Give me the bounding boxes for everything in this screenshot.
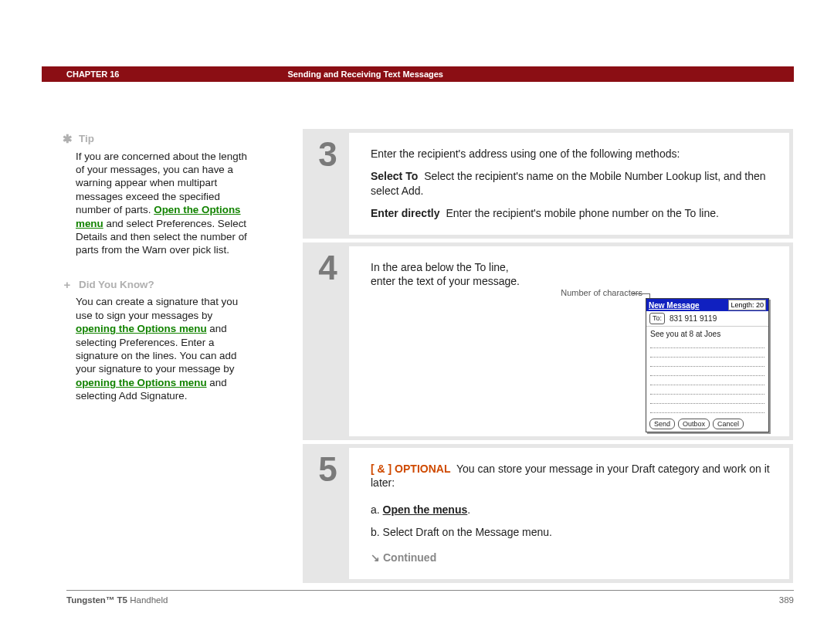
device-screenshot-mock: New Message Length: 20 To: 831 911 9119 … [646, 298, 769, 432]
step4-line2: enter the text of your message. [371, 275, 520, 287]
step-body: Enter the recipient's address using one … [349, 133, 789, 235]
open-menus-link[interactable]: Open the menus [383, 503, 468, 516]
select-to-text: Select the recipient's name on the Mobil… [371, 170, 766, 197]
mock-message-body: See you at 8 at Joes [646, 327, 768, 340]
step-body: [ & ] OPTIONAL You can store your messag… [349, 448, 789, 579]
mock-to-value: 831 911 9119 [670, 314, 717, 324]
step-number: 4 [307, 246, 349, 436]
tip-label: Tip [79, 132, 94, 145]
dyk-heading: + Did You Know? [76, 277, 249, 293]
step-5: 5 [ & ] OPTIONAL You can store your mess… [303, 444, 793, 583]
mock-to-button[interactable]: To: [649, 313, 665, 324]
tip-heading: ✱ Tip [76, 131, 249, 147]
continued-label: Continued [383, 551, 436, 564]
sidebar-notes: ✱ Tip If you are concerned about the len… [76, 131, 249, 403]
open-options-link-2[interactable]: opening the Options menu [76, 323, 207, 334]
enter-directly-text: Enter the recipient's mobile phone numbe… [446, 207, 718, 219]
step5-a-prefix: a. [371, 503, 383, 516]
tip-body: If you are concerned about the length of… [76, 150, 249, 257]
dyk-label: Did You Know? [79, 278, 154, 291]
step5-b: b. Select Draft on the Message menu. [371, 525, 771, 540]
mock-outbox-button[interactable]: Outbox [678, 419, 710, 429]
continued-indicator: ↘Continued [371, 551, 771, 565]
mock-send-button[interactable]: Send [649, 419, 675, 429]
step5-a: a. Open the menus. [371, 503, 771, 517]
enter-directly-label: Enter directly [371, 207, 439, 219]
step4-line1: In the area below the To line, [371, 261, 509, 273]
plus-icon: + [62, 277, 73, 293]
step-number: 3 [307, 133, 349, 235]
char-count-callout: Number of characters [561, 287, 642, 299]
page-number: 389 [779, 595, 794, 605]
step-number: 5 [307, 448, 349, 579]
optional-tag: [ & ] OPTIONAL [371, 463, 450, 475]
continued-arrow-icon: ↘ [371, 551, 380, 565]
open-options-link-3[interactable]: opening the Options menu [76, 377, 207, 388]
dyk-body: You can create a signature that you use … [76, 295, 249, 402]
mock-cancel-button[interactable]: Cancel [713, 419, 744, 429]
step3-option-a: Select ToSelect the recipient's name on … [371, 169, 771, 198]
step5-a-post: . [467, 503, 470, 516]
steps-column: 3 Enter the recipient's address using on… [303, 129, 793, 587]
step-4: 4 In the area below the To line, enter t… [303, 242, 793, 440]
step-3: 3 Enter the recipient's address using on… [303, 129, 793, 239]
step-body: In the area below the To line, enter the… [349, 246, 789, 436]
chapter-label: CHAPTER 16 [66, 69, 119, 79]
footer-product-rest: Handheld [127, 595, 168, 605]
mock-length-badge: Length: 20 [728, 300, 766, 310]
chapter-title: Sending and Receiving Text Messages [287, 69, 443, 79]
footer-product: Tungsten™ T5 Handheld [66, 595, 168, 605]
footer-product-bold: Tungsten™ T5 [66, 595, 127, 605]
chapter-header-bar: CHAPTER 16 Sending and Receiving Text Me… [42, 66, 794, 82]
asterisk-icon: ✱ [62, 131, 73, 147]
mock-window-title: New Message [649, 300, 700, 311]
step3-intro: Enter the recipient's address using one … [371, 147, 771, 161]
step3-option-b: Enter directlyEnter the recipient's mobi… [371, 206, 771, 221]
page-footer: Tungsten™ T5 Handheld 389 [66, 590, 794, 605]
select-to-label: Select To [371, 170, 418, 182]
mock-text-lines [646, 339, 768, 416]
dyk-pre: You can create a signature that you use … [76, 296, 238, 320]
